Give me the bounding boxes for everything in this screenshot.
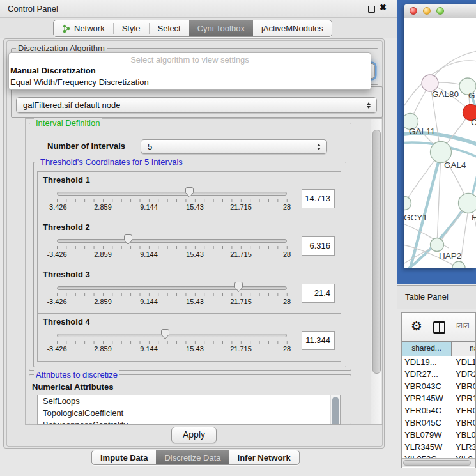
column-header-name[interactable]: na: [452, 342, 475, 356]
tick-label: 28: [283, 345, 291, 353]
minimize-traffic-light-icon[interactable]: [423, 7, 431, 15]
table-row[interactable]: YBL079WYBL0: [402, 429, 475, 441]
node-gcy1[interactable]: [404, 197, 411, 210]
node-h[interactable]: [459, 194, 476, 213]
threshold-3-label: Threshold 3: [43, 270, 90, 279]
horizontal-scrollbar[interactable]: [402, 458, 475, 467]
tick-label: 9.144: [140, 345, 158, 353]
table-row[interactable]: YDR27...YDR2: [402, 368, 475, 380]
threshold-1-value-field[interactable]: 14.713: [302, 189, 335, 208]
table-row[interactable]: YPR145WYPR1: [402, 392, 475, 404]
table-row[interactable]: YBR043CYBR0: [402, 380, 475, 392]
threshold-1-slider-thumb[interactable]: [185, 187, 194, 198]
float-window-icon[interactable]: [368, 6, 375, 13]
tab-style[interactable]: Style: [114, 20, 149, 36]
apply-button[interactable]: Apply: [171, 427, 217, 443]
tab-select[interactable]: Select: [150, 20, 189, 36]
threshold-3-slider-track[interactable]: [57, 286, 287, 290]
list-scrollbar-thumb[interactable]: [332, 397, 339, 425]
app-root: Control Panel ✖ Network Style Select Cyn…: [0, 0, 476, 476]
tab-jactivemnodules[interactable]: jActiveMNodules: [253, 20, 332, 36]
node[interactable]: [452, 261, 465, 268]
algorithm-dropdown-popup: Select algorithm to view settings Manual…: [8, 52, 371, 90]
table-row[interactable]: YER054CYER0: [402, 404, 475, 417]
tab-network[interactable]: Network: [54, 20, 113, 36]
interval-definition-group-label: Interval Definition: [34, 118, 102, 128]
table-header-row: shared... na: [402, 341, 475, 357]
threshold-1-label: Threshold 1: [43, 175, 90, 185]
table-data-combo[interactable]: galFiltered.sif default node: [16, 97, 377, 113]
node-label-c: C: [471, 118, 476, 127]
table-panel-title: Table Panel: [405, 292, 449, 302]
list-item[interactable]: SelfLoops: [38, 395, 340, 408]
columns-icon[interactable]: [433, 321, 445, 334]
list-item[interactable]: BetweennessCentrality: [38, 419, 340, 425]
network-canvas[interactable]: GAL80 G C GAL11 GAL4 GCY1 H HAP2: [404, 18, 476, 268]
node-hap2[interactable]: [431, 238, 444, 252]
tick-label: 21.715: [230, 345, 252, 353]
network-icon: [62, 24, 71, 33]
table-row[interactable]: YBR045CYBR0: [402, 417, 475, 429]
tab-network-label: Network: [74, 24, 105, 33]
table-toolbar: ⚙ ☑☑: [402, 313, 475, 341]
dropdown-option-manual-discretization[interactable]: Manual Discretization: [10, 66, 96, 75]
cell: YLR3: [452, 441, 475, 453]
attributes-group-label: Attributes to discretize: [34, 370, 119, 380]
vertical-scrollbar[interactable]: [371, 119, 381, 424]
tab-jactivemnodules-label: jActiveMNodules: [261, 24, 323, 33]
node-label-gal11: GAL11: [409, 127, 435, 136]
tab-impute-data-label: Impute Data: [100, 453, 148, 463]
cell: YER054C: [402, 404, 452, 417]
threshold-4-label: Threshold 4: [43, 317, 90, 326]
cell: YBL0: [452, 429, 475, 441]
slider-ticks: [57, 293, 288, 296]
list-item[interactable]: TopologicalCoefficient: [38, 408, 340, 420]
tick-label: -3.426: [47, 345, 66, 353]
threshold-2-value-field[interactable]: 6.316: [302, 236, 335, 256]
tab-cyni-toolbox[interactable]: Cyni Toolbox: [189, 20, 253, 36]
control-panel-title: Control Panel: [8, 4, 58, 13]
numerical-attributes-label: Numerical Attributes: [32, 382, 113, 392]
node-gal4[interactable]: [431, 142, 452, 163]
discretization-algorithm-group-label: Discretization Algorithm: [16, 43, 107, 53]
close-icon[interactable]: ✖: [380, 3, 387, 12]
horizontal-scrollbar-thumb[interactable]: [403, 460, 471, 466]
cell: YDL19...: [402, 356, 452, 368]
tick-label: 21.715: [230, 298, 252, 305]
threshold-1-slider-track[interactable]: [57, 192, 287, 196]
vertical-scrollbar-thumb[interactable]: [372, 130, 381, 374]
checkboxes-icon[interactable]: ☑☑: [456, 322, 470, 330]
tab-cyni-toolbox-label: Cyni Toolbox: [197, 24, 245, 33]
close-traffic-light-icon[interactable]: [410, 7, 417, 15]
thresholds-group-label: Threshold's Coordinates for 5 Intervals: [38, 157, 185, 167]
cell: YBR043C: [402, 380, 452, 392]
dropdown-option-equal-width-frequency[interactable]: Equal Width/Frequency Discretization: [10, 77, 149, 87]
threshold-2-slider-thumb[interactable]: [123, 234, 133, 245]
top-tabs: Network Style Select Cyni Toolbox jActiv…: [53, 20, 332, 37]
tick-label: 2.859: [94, 203, 112, 211]
threshold-2-slider-track[interactable]: [57, 239, 287, 243]
threshold-4-slider-thumb[interactable]: [160, 328, 170, 340]
threshold-4-value-field[interactable]: 11.344: [302, 331, 335, 350]
threshold-4-slider-track[interactable]: [57, 334, 287, 337]
tick-label: 15.43: [186, 345, 204, 353]
threshold-3-value-field[interactable]: 21.4: [302, 284, 335, 303]
number-of-intervals-label: Number of Intervals: [47, 141, 125, 151]
tab-impute-data[interactable]: Impute Data: [92, 450, 156, 464]
zoom-traffic-light-icon[interactable]: [436, 7, 444, 15]
threshold-3-slider-thumb[interactable]: [234, 281, 243, 293]
control-panel-titlebar: Control Panel ✖: [0, 0, 397, 18]
list-scrollbar[interactable]: [330, 395, 340, 424]
tab-discretize-data[interactable]: Discretize Data: [156, 450, 229, 464]
column-header-shared[interactable]: shared...: [402, 342, 452, 356]
network-window-titlebar[interactable]: [404, 4, 476, 19]
tick-label: 28: [283, 203, 291, 211]
gear-icon[interactable]: ⚙: [411, 318, 422, 334]
tick-label: 2.859: [94, 250, 112, 258]
number-of-intervals-combo[interactable]: 5: [141, 139, 327, 154]
threshold-2-panel: Threshold 2 -3.426 2.859 9.144 15.43 21.…: [37, 219, 341, 266]
table-row[interactable]: YDL19...YDL1: [402, 356, 475, 368]
table-row[interactable]: YLR345WYLR3: [402, 441, 475, 453]
tab-style-label: Style: [122, 24, 141, 33]
tab-infer-network[interactable]: Infer Network: [229, 450, 299, 464]
